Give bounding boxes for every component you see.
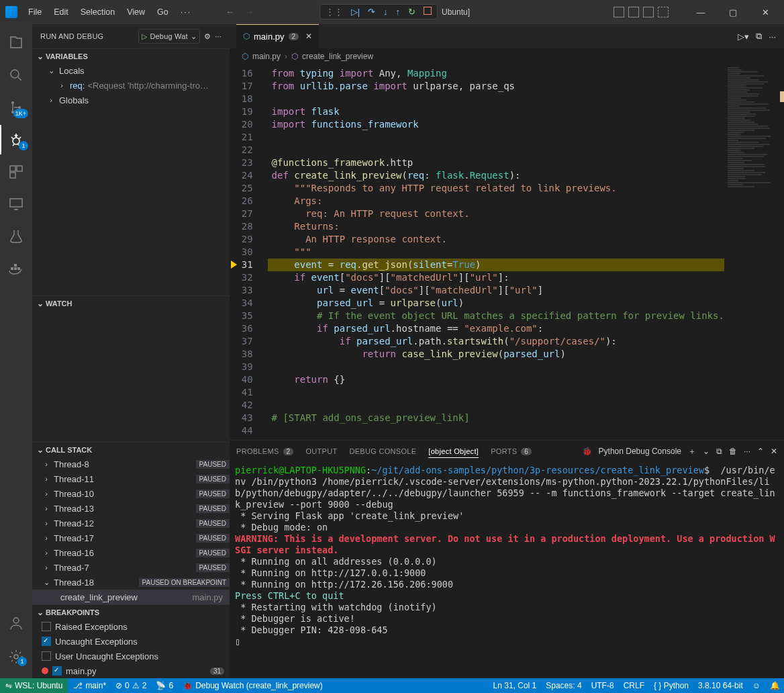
run-debug-icon[interactable]: 1: [0, 125, 32, 154]
stop-icon[interactable]: [424, 7, 432, 17]
thread-row[interactable]: ›Thread-12PAUSED: [32, 516, 230, 530]
restart-icon[interactable]: ↻: [408, 7, 415, 17]
new-terminal-icon[interactable]: ＋: [688, 446, 696, 457]
thread-row[interactable]: ›Thread-8PAUSED: [32, 457, 230, 471]
testing-icon[interactable]: [0, 222, 32, 251]
cursor-position[interactable]: Ln 31, Col 1: [493, 681, 537, 690]
maximize-window-button[interactable]: ▢: [720, 5, 746, 20]
checkbox[interactable]: [52, 666, 62, 676]
minimap[interactable]: [724, 64, 784, 440]
tab-output[interactable]: OUTPUT: [305, 447, 337, 455]
explorer-icon[interactable]: [0, 28, 32, 58]
git-branch[interactable]: ⎇main*: [73, 681, 106, 690]
remote-explorer-icon[interactable]: [0, 189, 32, 219]
start-debug-icon[interactable]: ▷: [142, 32, 147, 41]
step-out-icon[interactable]: ↑: [396, 7, 401, 17]
terminal-output[interactable]: pierrick@LAPTOP-HKU5PNNG:~/git/add-ons-s…: [230, 462, 784, 678]
thread-row[interactable]: ›Thread-13PAUSED: [32, 501, 230, 516]
tab-debug-console[interactable]: DEBUG CONSOLE: [349, 447, 416, 455]
tab-problems[interactable]: PROBLEMS2: [236, 447, 293, 455]
continue-icon[interactable]: ▷|: [351, 7, 360, 17]
breadcrumb-file[interactable]: main.py: [252, 52, 281, 61]
source-control-icon[interactable]: 1K+: [0, 93, 32, 122]
watch-section[interactable]: ⌄WATCH: [32, 295, 230, 310]
layout-bottom-icon[interactable]: [628, 7, 639, 17]
breadcrumb-symbol[interactable]: create_link_preview: [302, 52, 373, 61]
language-mode[interactable]: { } Python: [654, 681, 689, 690]
drag-handle-icon[interactable]: ⋮⋮: [326, 7, 343, 17]
nav-back-icon[interactable]: ←: [222, 5, 238, 18]
feedback-icon[interactable]: ☺: [752, 681, 761, 690]
tab-ports[interactable]: PORTS6: [491, 447, 532, 455]
terminal-kill-icon[interactable]: 🗑: [729, 447, 737, 456]
docker-icon[interactable]: [0, 254, 32, 283]
debug-config-selector[interactable]: ▷ Debug Wat ⌄: [138, 29, 200, 44]
step-into-icon[interactable]: ↓: [383, 7, 388, 17]
terminal-more-icon[interactable]: ···: [744, 447, 750, 456]
indentation[interactable]: Spaces: 4: [546, 681, 581, 690]
code[interactable]: from typing import Any, Mappingfrom urll…: [268, 64, 724, 440]
debug-status[interactable]: 🐞Debug Watch (create_link_preview): [183, 681, 323, 690]
thread-row[interactable]: ›Thread-17PAUSED: [32, 530, 230, 545]
breadcrumb[interactable]: ⬡ main.py › ⬡ create_link_preview: [230, 48, 784, 64]
variable-req[interactable]: ›req: <Request 'http://charming-tro…: [32, 78, 230, 93]
layout-customize-icon[interactable]: [658, 7, 669, 17]
terminal-split-icon[interactable]: ⧉: [716, 447, 722, 456]
menu-edit[interactable]: Edit: [48, 5, 74, 19]
menu-selection[interactable]: Selection: [75, 5, 120, 19]
search-icon[interactable]: [0, 60, 32, 90]
terminal-dropdown-icon[interactable]: ⌄: [703, 447, 709, 456]
checkbox[interactable]: [42, 651, 51, 661]
thread-row[interactable]: ›Thread-7PAUSED: [32, 560, 230, 575]
thread-row[interactable]: ›Thread-11PAUSED: [32, 471, 230, 486]
extensions-icon[interactable]: [0, 157, 32, 187]
thread-row[interactable]: ⌄Thread-18PAUSED ON BREAKPOINT: [32, 575, 230, 590]
breakpoints-section[interactable]: ⌄BREAKPOINTS: [32, 604, 230, 619]
more-actions-icon[interactable]: ···: [769, 32, 776, 42]
menu-view[interactable]: View: [121, 5, 150, 19]
thread-row[interactable]: ›Thread-10PAUSED: [32, 486, 230, 501]
encoding[interactable]: UTF-8: [591, 681, 614, 690]
thread-row[interactable]: ›Thread-16PAUSED: [32, 545, 230, 560]
checkbox[interactable]: [42, 637, 51, 646]
menu-go[interactable]: Go: [152, 5, 174, 19]
variables-section[interactable]: ⌄VARIABLES: [32, 48, 230, 63]
globals-scope[interactable]: ›Globals: [32, 93, 230, 107]
terminal-selector[interactable]: Python Debug Console: [599, 447, 681, 456]
menu-overflow[interactable]: ···: [175, 5, 197, 19]
panel-maximize-icon[interactable]: ⌃: [757, 447, 764, 456]
bp-uncaught-exceptions[interactable]: Uncaught Exceptions: [32, 634, 230, 649]
eol[interactable]: CRLF: [624, 681, 644, 690]
debug-configure-icon[interactable]: ⚙: [204, 32, 211, 41]
debug-more-icon[interactable]: ···: [215, 32, 222, 40]
problems-status[interactable]: ⊘0 ⚠2: [115, 681, 146, 690]
bp-mainpy[interactable]: main.py31: [32, 663, 230, 678]
panel-close-icon[interactable]: ✕: [771, 447, 777, 456]
callstack-section[interactable]: ⌄CALL STACK: [32, 442, 230, 457]
bp-raised-exceptions[interactable]: Raised Exceptions: [32, 619, 230, 634]
tab-terminal[interactable]: [object Object]: [428, 447, 479, 458]
close-window-button[interactable]: ✕: [752, 5, 779, 20]
code-editor[interactable]: 1617181920212223242526272829303132333435…: [230, 64, 784, 440]
step-over-icon[interactable]: ↷: [368, 7, 375, 17]
chevron-down-icon[interactable]: ⌄: [191, 32, 197, 41]
close-tab-icon[interactable]: ✕: [303, 32, 312, 41]
bp-user-uncaught[interactable]: User Uncaught Exceptions: [32, 649, 230, 663]
remote-indicator[interactable]: ⇋ WSL: Ubuntu: [0, 678, 68, 693]
nav-forward-icon[interactable]: →: [241, 5, 258, 18]
settings-gear-icon[interactable]: 1: [0, 642, 32, 672]
layout-left-icon[interactable]: [614, 7, 624, 17]
menu-file[interactable]: File: [23, 5, 47, 19]
run-icon[interactable]: ▷▾: [738, 32, 749, 42]
ports-status[interactable]: 📡6: [156, 681, 173, 690]
locals-scope[interactable]: ⌄Locals: [32, 63, 230, 78]
editor-tab[interactable]: ⬡ main.py 2 ✕: [236, 24, 320, 48]
python-interpreter[interactable]: 3.8.10 64-bit: [698, 681, 743, 690]
stack-frame[interactable]: create_link_previewmain.py: [32, 590, 230, 604]
layout-right-icon[interactable]: [643, 7, 654, 17]
minimize-window-button[interactable]: —: [687, 5, 714, 20]
notifications-icon[interactable]: 🔔: [770, 681, 780, 690]
checkbox[interactable]: [42, 622, 51, 631]
account-icon[interactable]: [0, 608, 32, 638]
split-editor-icon[interactable]: ⧉: [756, 31, 762, 42]
